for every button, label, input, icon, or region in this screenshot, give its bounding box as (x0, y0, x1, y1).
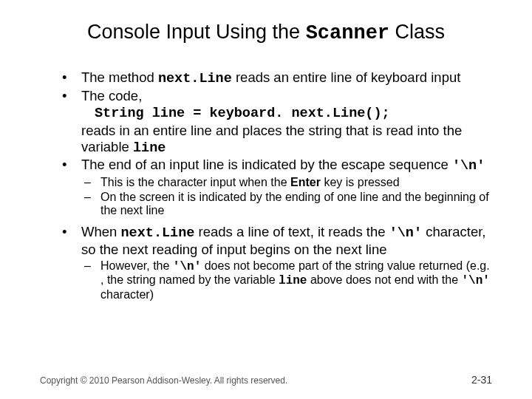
slide-title: Console Input Using the Scanner Class (40, 21, 492, 44)
b4-pre: When (81, 224, 120, 239)
s2-text: On the screen it is indicated by the end… (100, 191, 489, 217)
s1-post: key is pressed (321, 176, 400, 188)
title-mono: Scanner (306, 22, 389, 44)
bullet-2-continuation: reads in an entire line and places the s… (40, 123, 492, 157)
b4-m2: '\n' (389, 225, 422, 241)
bullet-2: The code, (62, 88, 492, 104)
bullet-1: The method next.Line reads an entire lin… (62, 69, 492, 87)
footer: Copyright © 2010 Pearson Addison-Wesley.… (40, 374, 492, 386)
b4-mid: reads a line of text, it reads the (194, 224, 389, 239)
s3-m2: line (279, 274, 307, 287)
s3-mid2: above does not end with the (307, 273, 461, 286)
sub-list-2: However, the '\n' does not become part o… (40, 259, 492, 302)
bullet-list-3: When next.Line reads a line of text, it … (40, 224, 492, 258)
copyright-text: Copyright © 2010 Pearson Addison-Wesley.… (40, 375, 287, 386)
title-text-post: Class (389, 21, 445, 43)
title-text-pre: Console Input Using the (87, 21, 306, 43)
b1-mono: next.Line (158, 71, 232, 86)
sub-list-1: This is the character input when the Ent… (40, 176, 492, 218)
s3-pre: However, the (100, 259, 173, 272)
b1-post: reads an entire line of keyboard input (232, 69, 461, 85)
s3-m1: '\n' (173, 260, 201, 273)
b3-pre: The end of an input line is indicated by… (81, 157, 452, 172)
b1-pre: The method (81, 69, 158, 85)
sub-2: On the screen it is indicated by the end… (84, 191, 492, 218)
bullet-4: When next.Line reads a line of text, it … (62, 224, 492, 258)
sub-3: However, the '\n' does not become part o… (84, 259, 492, 302)
s1-bold: Enter (290, 176, 321, 188)
bullet-3: The end of an input line is indicated by… (62, 157, 492, 174)
bullet-list-2: The end of an input line is indicated by… (40, 157, 492, 174)
bullet-list: The method next.Line reads an entire lin… (40, 69, 492, 104)
cont-mono: line (133, 140, 166, 156)
sub-1: This is the character input when the Ent… (84, 176, 492, 190)
code-line: String line = keyboard. next.Line(); (40, 105, 492, 122)
page-number: 2-31 (471, 374, 492, 386)
b4-m1: next.Line (120, 225, 194, 241)
slide: Console Input Using the Scanner Class Th… (0, 0, 532, 399)
b2-text: The code, (81, 88, 142, 103)
s3-m3: '\n' (461, 274, 489, 287)
b3-mono: '\n' (452, 158, 485, 174)
s3-post: character) (100, 288, 154, 301)
s1-pre: This is the character input when the (100, 176, 290, 188)
